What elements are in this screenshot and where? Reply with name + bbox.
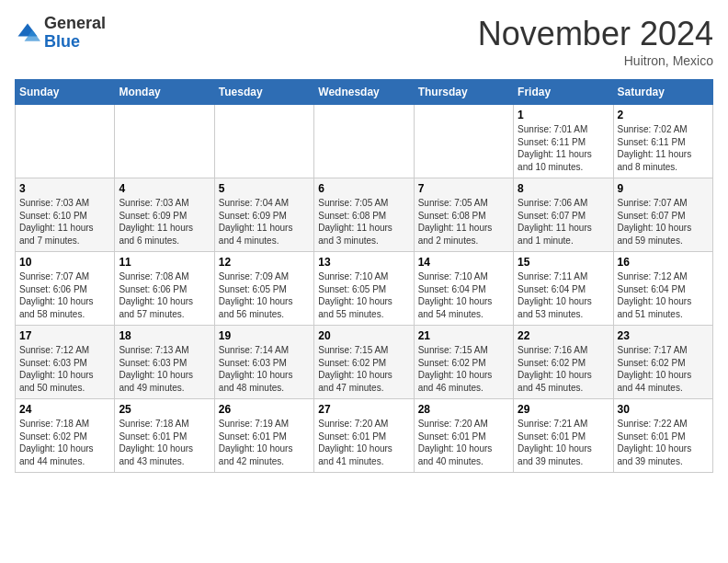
calendar-cell: 11Sunrise: 7:08 AM Sunset: 6:06 PM Dayli… xyxy=(115,252,214,326)
day-info: Sunrise: 7:20 AM Sunset: 6:01 PM Dayligh… xyxy=(318,418,409,467)
day-number: 8 xyxy=(518,182,609,195)
calendar-cell: 12Sunrise: 7:09 AM Sunset: 6:05 PM Dayli… xyxy=(214,252,313,326)
day-info: Sunrise: 7:11 AM Sunset: 6:04 PM Dayligh… xyxy=(518,270,609,320)
col-header-monday: Monday xyxy=(115,80,214,105)
day-info: Sunrise: 7:18 AM Sunset: 6:02 PM Dayligh… xyxy=(19,418,110,467)
day-info: Sunrise: 7:22 AM Sunset: 6:01 PM Dayligh… xyxy=(618,418,709,467)
day-info: Sunrise: 7:04 AM Sunset: 6:09 PM Dayligh… xyxy=(219,197,310,247)
calendar-cell: 6Sunrise: 7:05 AM Sunset: 6:08 PM Daylig… xyxy=(314,178,414,252)
day-info: Sunrise: 7:15 AM Sunset: 6:02 PM Dayligh… xyxy=(318,344,409,394)
day-info: Sunrise: 7:07 AM Sunset: 6:07 PM Dayligh… xyxy=(618,197,709,247)
logo-icon xyxy=(15,20,40,46)
day-number: 2 xyxy=(618,109,709,121)
calendar-cell: 8Sunrise: 7:06 AM Sunset: 6:07 PM Daylig… xyxy=(514,178,613,252)
logo-general-text: General xyxy=(44,14,106,32)
day-number: 19 xyxy=(219,329,310,342)
calendar-cell: 7Sunrise: 7:05 AM Sunset: 6:08 PM Daylig… xyxy=(414,178,513,252)
day-info: Sunrise: 7:21 AM Sunset: 6:01 PM Dayligh… xyxy=(518,418,609,467)
day-info: Sunrise: 7:07 AM Sunset: 6:06 PM Dayligh… xyxy=(19,270,110,320)
calendar-cell: 16Sunrise: 7:12 AM Sunset: 6:04 PM Dayli… xyxy=(613,252,712,326)
logo: General Blue xyxy=(15,15,106,52)
calendar-cell xyxy=(214,105,313,178)
day-number: 15 xyxy=(518,256,609,269)
day-number: 24 xyxy=(19,403,110,416)
logo-blue-text: Blue xyxy=(44,32,80,51)
calendar-cell: 3Sunrise: 7:03 AM Sunset: 6:10 PM Daylig… xyxy=(16,178,115,252)
day-info: Sunrise: 7:18 AM Sunset: 6:01 PM Dayligh… xyxy=(119,418,210,467)
day-info: Sunrise: 7:12 AM Sunset: 6:03 PM Dayligh… xyxy=(19,344,110,394)
calendar-cell: 15Sunrise: 7:11 AM Sunset: 6:04 PM Dayli… xyxy=(514,252,613,326)
day-number: 28 xyxy=(418,403,509,416)
day-info: Sunrise: 7:03 AM Sunset: 6:10 PM Dayligh… xyxy=(19,197,110,247)
page-header: General Blue November 2024 Huitron, Mexi… xyxy=(15,15,713,68)
day-number: 26 xyxy=(219,403,310,416)
month-title: November 2024 xyxy=(478,15,713,53)
calendar-cell: 4Sunrise: 7:03 AM Sunset: 6:09 PM Daylig… xyxy=(115,178,214,252)
calendar-header-row: SundayMondayTuesdayWednesdayThursdayFrid… xyxy=(16,80,713,105)
day-info: Sunrise: 7:08 AM Sunset: 6:06 PM Dayligh… xyxy=(119,270,210,320)
day-info: Sunrise: 7:14 AM Sunset: 6:03 PM Dayligh… xyxy=(219,344,310,394)
day-info: Sunrise: 7:13 AM Sunset: 6:03 PM Dayligh… xyxy=(119,344,210,394)
col-header-thursday: Thursday xyxy=(414,80,513,105)
col-header-sunday: Sunday xyxy=(16,80,115,105)
day-number: 7 xyxy=(418,182,509,195)
day-info: Sunrise: 7:16 AM Sunset: 6:02 PM Dayligh… xyxy=(518,344,609,394)
day-number: 1 xyxy=(518,109,609,121)
calendar-cell: 21Sunrise: 7:15 AM Sunset: 6:02 PM Dayli… xyxy=(414,326,513,399)
calendar-cell: 25Sunrise: 7:18 AM Sunset: 6:01 PM Dayli… xyxy=(115,399,214,473)
calendar-cell: 1Sunrise: 7:01 AM Sunset: 6:11 PM Daylig… xyxy=(514,105,613,178)
day-info: Sunrise: 7:17 AM Sunset: 6:02 PM Dayligh… xyxy=(618,344,709,394)
title-block: November 2024 Huitron, Mexico xyxy=(478,15,713,68)
calendar-week-4: 17Sunrise: 7:12 AM Sunset: 6:03 PM Dayli… xyxy=(16,326,713,399)
calendar-cell: 26Sunrise: 7:19 AM Sunset: 6:01 PM Dayli… xyxy=(214,399,313,473)
calendar-week-3: 10Sunrise: 7:07 AM Sunset: 6:06 PM Dayli… xyxy=(16,252,713,326)
calendar-cell: 10Sunrise: 7:07 AM Sunset: 6:06 PM Dayli… xyxy=(16,252,115,326)
day-number: 25 xyxy=(119,403,210,416)
day-number: 3 xyxy=(19,182,110,195)
calendar-cell: 13Sunrise: 7:10 AM Sunset: 6:05 PM Dayli… xyxy=(314,252,414,326)
calendar-cell: 30Sunrise: 7:22 AM Sunset: 6:01 PM Dayli… xyxy=(613,399,712,473)
day-info: Sunrise: 7:05 AM Sunset: 6:08 PM Dayligh… xyxy=(318,197,409,247)
day-number: 10 xyxy=(19,256,110,269)
calendar-week-2: 3Sunrise: 7:03 AM Sunset: 6:10 PM Daylig… xyxy=(16,178,713,252)
day-number: 5 xyxy=(219,182,310,195)
day-number: 12 xyxy=(219,256,310,269)
calendar-cell: 28Sunrise: 7:20 AM Sunset: 6:01 PM Dayli… xyxy=(414,399,513,473)
calendar-cell: 23Sunrise: 7:17 AM Sunset: 6:02 PM Dayli… xyxy=(613,326,712,399)
calendar-cell: 19Sunrise: 7:14 AM Sunset: 6:03 PM Dayli… xyxy=(214,326,313,399)
calendar-cell xyxy=(414,105,513,178)
calendar-cell: 9Sunrise: 7:07 AM Sunset: 6:07 PM Daylig… xyxy=(613,178,712,252)
day-info: Sunrise: 7:20 AM Sunset: 6:01 PM Dayligh… xyxy=(418,418,509,467)
calendar-cell: 5Sunrise: 7:04 AM Sunset: 6:09 PM Daylig… xyxy=(214,178,313,252)
calendar-cell: 18Sunrise: 7:13 AM Sunset: 6:03 PM Dayli… xyxy=(115,326,214,399)
calendar-cell xyxy=(314,105,414,178)
day-number: 22 xyxy=(518,329,609,342)
day-info: Sunrise: 7:15 AM Sunset: 6:02 PM Dayligh… xyxy=(418,344,509,394)
calendar-week-1: 1Sunrise: 7:01 AM Sunset: 6:11 PM Daylig… xyxy=(16,105,713,178)
day-number: 21 xyxy=(418,329,509,342)
day-info: Sunrise: 7:19 AM Sunset: 6:01 PM Dayligh… xyxy=(219,418,310,467)
calendar-cell xyxy=(16,105,115,178)
day-number: 20 xyxy=(318,329,409,342)
calendar-cell: 17Sunrise: 7:12 AM Sunset: 6:03 PM Dayli… xyxy=(16,326,115,399)
day-number: 30 xyxy=(618,403,709,416)
day-info: Sunrise: 7:06 AM Sunset: 6:07 PM Dayligh… xyxy=(518,197,609,247)
calendar-table: SundayMondayTuesdayWednesdayThursdayFrid… xyxy=(15,79,713,473)
day-info: Sunrise: 7:05 AM Sunset: 6:08 PM Dayligh… xyxy=(418,197,509,247)
calendar-cell: 27Sunrise: 7:20 AM Sunset: 6:01 PM Dayli… xyxy=(314,399,414,473)
calendar-cell: 14Sunrise: 7:10 AM Sunset: 6:04 PM Dayli… xyxy=(414,252,513,326)
col-header-saturday: Saturday xyxy=(613,80,712,105)
day-number: 27 xyxy=(318,403,409,416)
day-number: 23 xyxy=(618,329,709,342)
calendar-week-5: 24Sunrise: 7:18 AM Sunset: 6:02 PM Dayli… xyxy=(16,399,713,473)
location: Huitron, Mexico xyxy=(478,53,713,68)
day-number: 16 xyxy=(618,256,709,269)
day-info: Sunrise: 7:02 AM Sunset: 6:11 PM Dayligh… xyxy=(618,123,709,173)
day-number: 17 xyxy=(19,329,110,342)
col-header-tuesday: Tuesday xyxy=(214,80,313,105)
day-number: 4 xyxy=(119,182,210,195)
day-info: Sunrise: 7:03 AM Sunset: 6:09 PM Dayligh… xyxy=(119,197,210,247)
day-number: 11 xyxy=(119,256,210,269)
day-info: Sunrise: 7:10 AM Sunset: 6:04 PM Dayligh… xyxy=(418,270,509,320)
day-number: 18 xyxy=(119,329,210,342)
